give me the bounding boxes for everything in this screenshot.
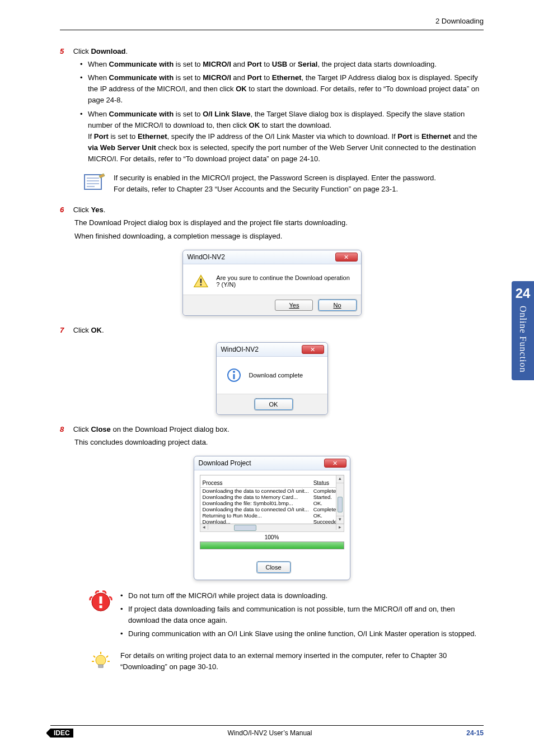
paragraph: The Download Project dialog box is displ…	[74, 217, 484, 228]
info-dialog: WindOI-NV2 ✕ Download complete OK	[216, 342, 328, 415]
dialog-message: Download complete	[249, 372, 303, 379]
chapter-number: 24	[512, 286, 534, 301]
tip-block: For details on writing project data to a…	[89, 650, 484, 674]
chapter-tab: 24 Online Function	[512, 281, 534, 380]
horizontal-scrollbar[interactable]: ◂▸	[200, 524, 344, 532]
step-number: 7	[60, 326, 71, 334]
process-cell: Downloading the data to connected O/I un…	[200, 506, 311, 512]
svg-rect-7	[100, 596, 102, 604]
breadcrumb: 2 Downloading	[60, 17, 484, 30]
step-number: 5	[60, 47, 71, 55]
process-cell: Downloading the file: Symbol01.bmp...	[200, 500, 311, 506]
progress-bar	[200, 542, 344, 549]
download-project-dialog: Download Project ✕ ProcessStatus Downloa…	[194, 456, 350, 580]
svg-rect-5	[233, 374, 235, 379]
ok-button[interactable]: OK	[255, 399, 293, 410]
dialog-title: WindOI-NV2 ✕	[217, 343, 327, 357]
step-number: 8	[60, 425, 71, 433]
step-6: 6 Click Yes.	[60, 206, 484, 214]
info-icon	[227, 368, 241, 382]
bullet: When Communicate with is set to O/I Link…	[80, 109, 484, 165]
warning-block: Do not turn off the MICRO/I while projec…	[89, 590, 484, 642]
no-button[interactable]: No	[318, 300, 357, 311]
process-cell: Downloading the data to connected O/I un…	[200, 487, 311, 494]
dialog-title: Download Project ✕	[194, 456, 350, 470]
brand-logo: IDEC	[50, 729, 73, 738]
step-number: 6	[60, 206, 71, 214]
progress-list: ProcessStatus Downloading the data to co…	[200, 475, 344, 524]
progress-percent: 100%	[200, 534, 344, 540]
process-cell: Downloading the data to Memory Card...	[200, 494, 311, 500]
close-icon[interactable]: ✕	[335, 253, 358, 262]
bullet: During communication with an O/I Link Sl…	[120, 628, 484, 640]
note-icon	[82, 172, 106, 193]
svg-rect-2	[200, 284, 202, 286]
column-process: Process	[200, 479, 311, 488]
chapter-label: Online Function	[518, 306, 528, 372]
caution-icon	[89, 590, 113, 614]
bullet: Do not turn off the MICRO/I while projec…	[120, 590, 484, 601]
paragraph: This concludes downloading project data.	[74, 437, 484, 448]
lightbulb-icon	[89, 650, 113, 674]
warning-icon	[193, 273, 209, 289]
step-8: 8 Click Close on the Download Project di…	[60, 425, 484, 433]
paragraph: When finished downloading, a completion …	[74, 231, 484, 242]
dialog-title: WindOI-NV2 ✕	[183, 250, 361, 264]
confirm-dialog: WindOI-NV2 ✕ Are you sure to continue th…	[182, 250, 362, 316]
svg-point-9	[96, 655, 106, 665]
close-icon[interactable]: ✕	[324, 459, 346, 468]
footer-title: WindO/I-NV2 User’s Manual	[73, 729, 467, 737]
bullet: When Communicate with is set to MICRO/I …	[80, 59, 484, 70]
svg-point-4	[233, 371, 235, 373]
bullet: If project data downloading fails and co…	[120, 604, 484, 626]
svg-rect-8	[100, 605, 102, 608]
page-footer: IDEC WindO/I-NV2 User’s Manual 24-15	[50, 725, 484, 737]
step-7: 7 Click OK.	[60, 326, 484, 334]
tip-text: For details on writing project data to a…	[120, 650, 484, 673]
dialog-message: Are you sure to continue the Download op…	[216, 274, 350, 288]
svg-rect-1	[200, 278, 202, 283]
close-button[interactable]: Close	[257, 562, 291, 573]
svg-rect-10	[99, 665, 103, 668]
process-cell: Download...	[200, 519, 311, 524]
step-5: 5 Click Download.	[60, 47, 484, 55]
vertical-scrollbar[interactable]: ▴▾	[336, 475, 344, 524]
note-block: If security is enabled in the MICRO/I pr…	[82, 172, 484, 195]
process-cell: Returning to Run Mode...	[200, 512, 311, 519]
yes-button[interactable]: Yes	[275, 300, 313, 311]
page-number: 24-15	[466, 729, 484, 737]
svg-rect-0	[85, 175, 101, 189]
bullet: When Communicate with is set to MICRO/I …	[80, 72, 484, 106]
close-icon[interactable]: ✕	[302, 345, 324, 354]
